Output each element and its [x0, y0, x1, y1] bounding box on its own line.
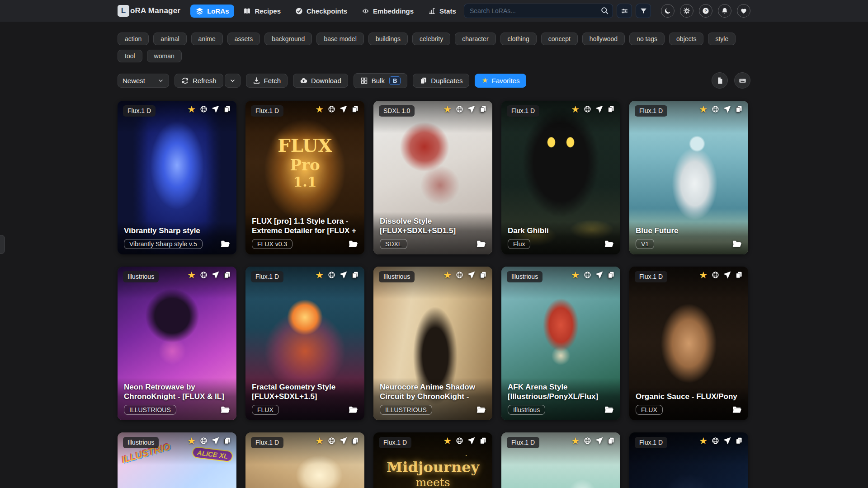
lora-card[interactable]: FLUXPro1.1 Flux.1 D ★ FLUX [pro] 1.1 Sty… — [245, 101, 364, 254]
nav-item-stats[interactable]: Stats — [423, 5, 462, 18]
notifications-button[interactable] — [718, 4, 731, 18]
tag-pill[interactable]: objects — [669, 33, 703, 45]
lora-card[interactable]: ILLUSTRIOALICE XL Illustrious ★ — [118, 432, 236, 488]
favorite-star-icon[interactable]: ★ — [315, 271, 324, 279]
favorite-star-icon[interactable]: ★ — [315, 105, 324, 113]
globe-icon[interactable] — [584, 271, 591, 279]
copy-icon[interactable] — [351, 437, 359, 445]
keyboard-shortcuts-button[interactable] — [734, 72, 750, 89]
tag-pill[interactable]: action — [118, 33, 149, 45]
folder-open-icon[interactable] — [732, 239, 742, 249]
send-icon[interactable] — [723, 105, 731, 113]
globe-icon[interactable] — [456, 437, 463, 445]
copy-icon[interactable] — [735, 105, 743, 113]
support-button[interactable] — [737, 4, 750, 18]
tag-pill[interactable]: anime — [191, 33, 223, 45]
copy-icon[interactable] — [223, 437, 231, 445]
favorite-star-icon[interactable]: ★ — [571, 271, 580, 279]
lora-card[interactable]: Illustrious ★ AFK Arena Style [Illustrio… — [501, 267, 620, 420]
send-icon[interactable] — [212, 271, 219, 279]
tag-pill[interactable]: hollywood — [582, 33, 625, 45]
tag-pill[interactable]: buildings — [368, 33, 408, 45]
globe-icon[interactable] — [328, 271, 335, 279]
send-icon[interactable] — [595, 437, 603, 445]
globe-icon[interactable] — [328, 437, 335, 445]
tag-pill[interactable]: style — [708, 33, 736, 45]
version-badge[interactable]: FLUX — [252, 405, 279, 415]
favorite-star-icon[interactable]: ★ — [187, 105, 196, 113]
lora-card[interactable]: Flux.1 D ★ — [245, 432, 364, 488]
folder-open-icon[interactable] — [220, 405, 230, 415]
dark-mode-button[interactable] — [661, 4, 675, 18]
favorites-filter-button[interactable]: ★ Favorites — [475, 74, 526, 88]
copy-icon[interactable] — [351, 271, 359, 279]
send-icon[interactable] — [340, 271, 347, 279]
folder-open-icon[interactable] — [476, 405, 486, 415]
left-panel-handle[interactable] — [0, 235, 5, 254]
folder-open-icon[interactable] — [604, 405, 614, 415]
send-icon[interactable] — [723, 437, 731, 445]
favorite-star-icon[interactable]: ★ — [571, 437, 580, 445]
file-view-button[interactable] — [712, 72, 728, 89]
copy-icon[interactable] — [351, 105, 359, 113]
lora-card[interactable]: Flux.1 D ★ Dark Ghibli Flux — [501, 101, 620, 254]
lora-card[interactable]: Flux.1 D ★ Fractal Geometry Style [FLUX+… — [245, 267, 364, 420]
tag-pill[interactable]: concept — [541, 33, 578, 45]
lora-card[interactable]: Flux.1 D ★ Blue Future V1 — [629, 101, 748, 254]
refresh-button[interactable]: Refresh — [175, 74, 223, 88]
filter-button[interactable] — [636, 4, 651, 18]
globe-icon[interactable] — [712, 271, 719, 279]
folder-open-icon[interactable] — [220, 239, 230, 249]
send-icon[interactable] — [212, 437, 219, 445]
send-icon[interactable] — [212, 105, 219, 113]
nav-item-recipes[interactable]: Recipes — [238, 5, 286, 18]
send-icon[interactable] — [595, 271, 603, 279]
refresh-options-button[interactable] — [225, 74, 241, 88]
nav-item-embeddings[interactable]: Embeddings — [356, 5, 419, 18]
lora-card[interactable]: MidjourneymeetsFLUX Flux.1 D ★ — [373, 432, 492, 488]
sort-dropdown[interactable]: Newest — [118, 74, 169, 88]
tag-pill[interactable]: tool — [118, 50, 142, 62]
send-icon[interactable] — [467, 271, 475, 279]
tag-pill[interactable]: no tags — [629, 33, 665, 45]
favorite-star-icon[interactable]: ★ — [571, 105, 580, 113]
lora-card[interactable]: Flux.1 D ★ Organic Sauce - FLUX/Pony FLU… — [629, 267, 748, 420]
globe-icon[interactable] — [584, 105, 591, 113]
lora-card[interactable]: Illustrious ★ Neurocore Anime Shadow Cir… — [373, 267, 492, 420]
bulk-button[interactable]: Bulk B — [354, 73, 408, 88]
favorite-star-icon[interactable]: ★ — [443, 105, 452, 113]
copy-icon[interactable] — [479, 437, 487, 445]
send-icon[interactable] — [340, 105, 347, 113]
copy-icon[interactable] — [735, 271, 743, 279]
favorite-star-icon[interactable]: ★ — [187, 437, 196, 445]
search-icon[interactable] — [600, 6, 609, 15]
copy-icon[interactable] — [479, 105, 487, 113]
send-icon[interactable] — [723, 271, 731, 279]
globe-icon[interactable] — [712, 105, 719, 113]
version-badge[interactable]: V1 — [636, 239, 654, 249]
favorite-star-icon[interactable]: ★ — [187, 271, 196, 279]
search-input[interactable] — [464, 4, 613, 18]
download-button[interactable]: Download — [293, 74, 348, 88]
lora-card[interactable]: Flux.1 D ★ — [629, 432, 748, 488]
copy-icon[interactable] — [223, 271, 231, 279]
copy-icon[interactable] — [223, 105, 231, 113]
copy-icon[interactable] — [607, 271, 615, 279]
version-badge[interactable]: ILLUSTRIOUS — [124, 405, 176, 415]
send-icon[interactable] — [595, 105, 603, 113]
help-button[interactable]: ? — [699, 4, 712, 18]
copy-icon[interactable] — [479, 271, 487, 279]
version-badge[interactable]: Vibrantly Sharp style v.5 — [124, 239, 203, 249]
globe-icon[interactable] — [200, 105, 208, 113]
globe-icon[interactable] — [584, 437, 591, 445]
tag-pill[interactable]: background — [264, 33, 312, 45]
version-badge[interactable]: Flux — [508, 239, 530, 249]
tag-pill[interactable]: assets — [227, 33, 260, 45]
globe-icon[interactable] — [712, 437, 719, 445]
lora-card[interactable]: Flux.1 D ★ — [501, 432, 620, 488]
favorite-star-icon[interactable]: ★ — [699, 105, 708, 113]
tag-pill[interactable]: base model — [316, 33, 363, 45]
globe-icon[interactable] — [456, 105, 463, 113]
globe-icon[interactable] — [200, 271, 208, 279]
copy-icon[interactable] — [607, 105, 615, 113]
